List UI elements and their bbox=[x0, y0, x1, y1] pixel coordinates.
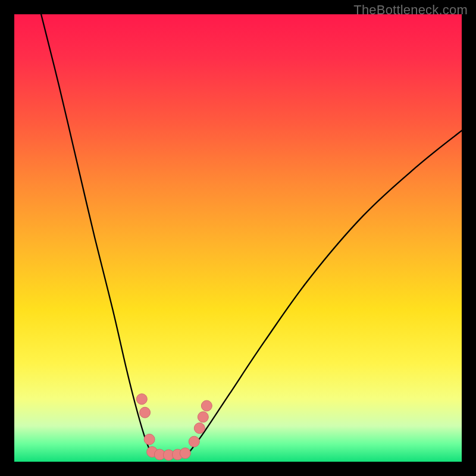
data-marker bbox=[198, 412, 208, 422]
data-marker bbox=[194, 423, 205, 434]
data-marker bbox=[189, 436, 199, 447]
left-curve bbox=[41, 14, 151, 453]
data-marker bbox=[180, 448, 190, 459]
right-curve bbox=[189, 131, 462, 453]
outer-frame: TheBottleneck.com bbox=[0, 0, 476, 476]
data-marker bbox=[201, 400, 212, 411]
data-marker bbox=[136, 394, 147, 405]
watermark-text: TheBottleneck.com bbox=[353, 2, 468, 18]
data-markers bbox=[136, 394, 212, 461]
plot-area bbox=[14, 14, 462, 462]
data-marker bbox=[144, 434, 155, 444]
curve-layer bbox=[14, 14, 462, 462]
data-marker bbox=[140, 407, 151, 418]
